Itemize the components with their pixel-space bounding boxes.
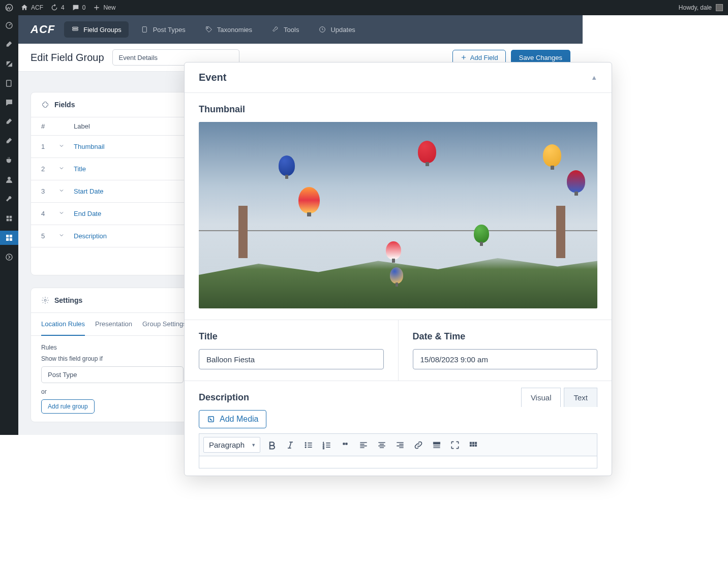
sidebar-pin2-icon[interactable] <box>0 134 18 148</box>
event-metabox-title: Event <box>199 72 226 83</box>
paragraph-select[interactable]: Paragraph <box>203 437 260 453</box>
svg-rect-30 <box>470 445 471 446</box>
svg-rect-7 <box>10 219 12 222</box>
sidebar-plugins-icon[interactable] <box>0 153 18 168</box>
editor-content[interactable] <box>199 456 597 468</box>
page-title: Edit Field Group <box>31 52 104 64</box>
svg-rect-2 <box>7 80 11 86</box>
chevron-down-icon <box>58 187 65 194</box>
sidebar-users-icon[interactable] <box>0 173 18 187</box>
title-label: Title <box>199 331 384 342</box>
adminbar-comments[interactable]: 0 <box>72 4 86 12</box>
svg-rect-29 <box>475 442 476 444</box>
acf-nav: ACF Field Groups Post Types Taxonomies T… <box>18 15 583 44</box>
wp-logo-icon[interactable] <box>5 4 13 12</box>
svg-point-21 <box>305 444 307 446</box>
add-rule-group-button[interactable]: Add rule group <box>41 399 95 414</box>
svg-rect-26 <box>433 442 440 444</box>
svg-rect-9 <box>10 235 12 237</box>
sidebar-comments-icon[interactable] <box>0 96 18 110</box>
svg-point-12 <box>6 254 12 260</box>
svg-point-19 <box>209 418 210 419</box>
wp-admin-bar: ACF 4 0 New Howdy, dale <box>0 0 728 15</box>
sidebar-posts-icon[interactable] <box>0 38 18 52</box>
svg-rect-4 <box>7 216 9 218</box>
svg-rect-8 <box>6 235 9 237</box>
rule-select[interactable]: Post Type <box>41 366 184 383</box>
chevron-down-icon <box>58 232 65 238</box>
insert-more-icon[interactable] <box>430 438 443 452</box>
tab-group-settings[interactable]: Group Settings <box>142 313 187 335</box>
bold-icon[interactable] <box>265 438 279 452</box>
thumbnail-label: Thumbnail <box>199 104 597 115</box>
adminbar-site[interactable]: ACF <box>20 4 43 12</box>
adminbar-greeting[interactable]: Howdy, dale <box>679 4 712 11</box>
editor-toolbar: Paragraph 123 <box>199 433 597 456</box>
align-center-icon[interactable] <box>375 438 388 452</box>
bullet-list-icon[interactable] <box>302 438 315 452</box>
svg-rect-6 <box>7 219 9 222</box>
adminbar-new[interactable]: New <box>93 4 115 12</box>
sidebar-collapse-icon[interactable] <box>0 250 18 264</box>
wp-admin-sidebar <box>0 15 18 435</box>
chevron-down-icon <box>58 165 65 171</box>
svg-point-20 <box>305 442 307 444</box>
link-icon[interactable] <box>412 438 425 452</box>
align-left-icon[interactable] <box>357 438 370 452</box>
puzzle-icon <box>41 101 49 109</box>
svg-rect-15 <box>142 27 146 33</box>
svg-rect-10 <box>6 238 9 241</box>
align-right-icon[interactable] <box>393 438 407 452</box>
adminbar-updates[interactable]: 4 <box>50 4 65 12</box>
sidebar-acf-icon[interactable] <box>0 231 18 245</box>
svg-rect-11 <box>10 238 12 241</box>
nav-field-groups[interactable]: Field Groups <box>64 21 128 38</box>
nav-updates[interactable]: Updates <box>311 21 362 38</box>
svg-rect-14 <box>73 29 78 30</box>
sidebar-pin-icon[interactable] <box>0 115 18 129</box>
nav-post-types[interactable]: Post Types <box>134 21 193 38</box>
toolbar-toggle-icon[interactable] <box>467 438 480 452</box>
avatar[interactable] <box>716 4 723 11</box>
svg-point-22 <box>305 446 307 448</box>
title-input[interactable] <box>199 349 384 369</box>
collapse-toggle[interactable]: ▲ <box>591 74 597 81</box>
svg-point-3 <box>8 177 11 180</box>
acf-logo: ACF <box>31 23 55 36</box>
event-metabox: Event ▲ Thumbnail Title Date & Time Desc… <box>184 62 612 476</box>
chevron-down-icon <box>58 210 65 216</box>
nav-tools[interactable]: Tools <box>264 21 306 38</box>
editor-tab-text[interactable]: Text <box>564 388 597 407</box>
svg-rect-31 <box>472 445 474 446</box>
tab-presentation[interactable]: Presentation <box>95 313 132 335</box>
svg-point-16 <box>207 27 208 28</box>
italic-icon[interactable] <box>284 438 297 452</box>
chevron-down-icon <box>58 143 65 149</box>
svg-point-18 <box>44 299 46 301</box>
editor-tab-visual[interactable]: Visual <box>521 388 561 407</box>
sidebar-dashboard-icon[interactable] <box>0 18 18 33</box>
fullscreen-icon[interactable] <box>448 438 462 452</box>
svg-rect-5 <box>10 216 12 218</box>
thumbnail-image[interactable] <box>199 122 597 308</box>
nav-taxonomies[interactable]: Taxonomies <box>198 21 259 38</box>
tab-location-rules[interactable]: Location Rules <box>41 313 85 336</box>
svg-rect-28 <box>472 442 474 444</box>
svg-rect-27 <box>470 442 471 444</box>
svg-rect-32 <box>475 445 476 446</box>
sidebar-tools-icon[interactable] <box>0 192 18 206</box>
add-media-button[interactable]: Add Media <box>199 410 266 428</box>
sidebar-settings-icon[interactable] <box>0 211 18 226</box>
datetime-label: Date & Time <box>413 331 598 342</box>
numbered-list-icon[interactable]: 123 <box>320 438 333 452</box>
gear-icon <box>41 296 49 304</box>
svg-text:3: 3 <box>323 446 324 449</box>
sidebar-pages-icon[interactable] <box>0 76 18 90</box>
blockquote-icon[interactable] <box>339 438 352 452</box>
datetime-input[interactable] <box>413 349 598 369</box>
svg-rect-13 <box>73 27 78 28</box>
sidebar-media-icon[interactable] <box>0 57 18 71</box>
